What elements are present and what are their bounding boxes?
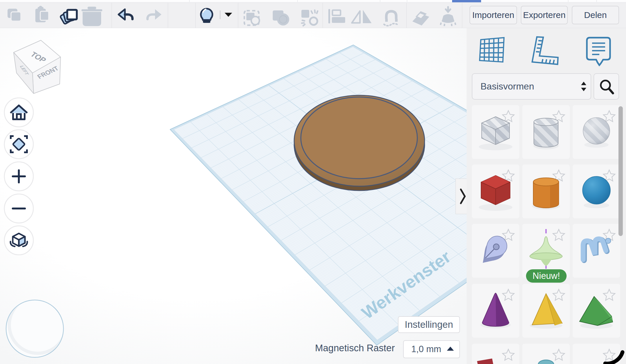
svg-text:Nieuw!: Nieuw! — [533, 271, 560, 281]
